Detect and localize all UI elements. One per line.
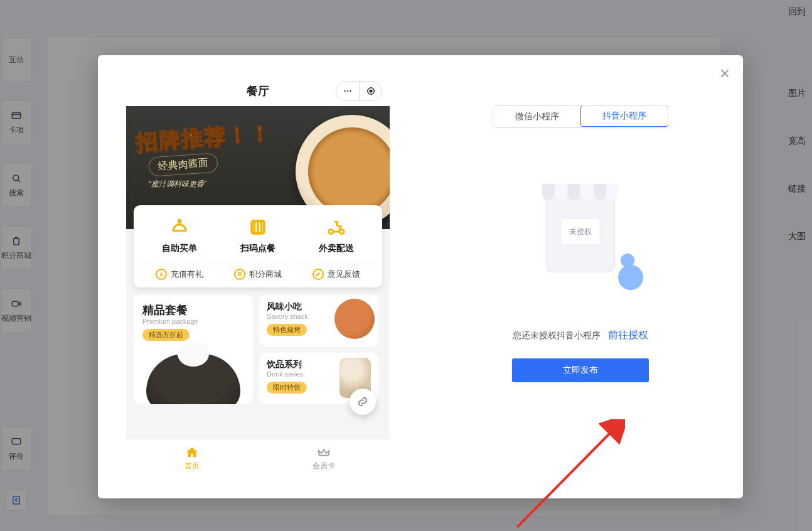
promo-grid: 精品套餐 Premium package 精选五折起 风味小吃 Savory s… [134, 295, 382, 404]
action-card: 自助买单 扫码点餐 外卖配送 充值有礼 [134, 205, 382, 287]
tab-home[interactable]: 首页 [126, 439, 258, 478]
action-points-mall[interactable]: 积分商城 [218, 269, 297, 280]
svg-point-14 [238, 272, 241, 274]
target-icon [365, 85, 377, 97]
crown-icon [317, 446, 331, 459]
phone-header: 餐厅 [126, 76, 390, 106]
action-scan-order[interactable]: 扫码点餐 [218, 215, 297, 254]
phone-preview: 餐厅 招牌推荐！！ 经典肉酱面 “蜜汁调料味更香” [126, 76, 390, 478]
svg-point-9 [370, 90, 372, 92]
action-label: 外卖配送 [297, 243, 376, 254]
link-icon [356, 395, 370, 409]
tab-douyin[interactable]: 抖音小程序 [580, 105, 668, 127]
action-label: 意见反馈 [328, 269, 360, 280]
promo-title: 精品套餐 [142, 303, 244, 318]
fab-link-button[interactable] [350, 389, 376, 415]
svg-point-10 [178, 220, 181, 222]
coins-icon [237, 271, 243, 277]
miniprogram-more-button[interactable] [336, 82, 359, 100]
yuan-icon [158, 271, 164, 277]
snack-icon [334, 299, 375, 339]
hero-caption: “蜜汁调料味更香” [149, 179, 206, 190]
publish-pane: 微信小程序 抖音小程序 未授权 您还未授权抖音小程序 前往授权 立即发布 [418, 55, 743, 498]
auth-message: 您还未授权抖音小程序 [513, 330, 601, 340]
promo-snack[interactable]: 风味小吃 Savory snack 特色烧烤 [259, 295, 378, 346]
svg-point-5 [344, 90, 345, 92]
scooter-icon [326, 217, 347, 238]
phone-preview-pane: 餐厅 招牌推荐！！ 经典肉酱面 “蜜汁调料味更香” [98, 55, 418, 498]
promo-subtitle: Premium package [142, 318, 244, 325]
hero-title: 招牌推荐！！ [136, 119, 273, 158]
action-self-checkout[interactable]: 自助买单 [140, 215, 218, 254]
home-icon [185, 446, 199, 459]
tab-wechat[interactable]: 微信小程序 [493, 106, 581, 127]
dish-cover-icon [169, 217, 190, 238]
edit-icon [315, 271, 321, 277]
action-feedback[interactable]: 意见反馈 [297, 269, 376, 280]
hero-subtitle: 经典肉酱面 [148, 153, 218, 177]
action-recharge[interactable]: 充值有礼 [140, 269, 218, 280]
promo-package[interactable]: 精品套餐 Premium package 精选五折起 [134, 295, 253, 404]
action-label: 充值有礼 [171, 269, 203, 280]
tab-member[interactable]: 会员卡 [258, 439, 390, 478]
promo-tag: 特色烧烤 [267, 324, 307, 336]
promo-tag: 限时特饮 [267, 382, 307, 394]
action-label: 扫码点餐 [218, 243, 297, 254]
tab-label: 会员卡 [313, 461, 335, 471]
phone-tabbar: 首页 会员卡 [126, 439, 390, 478]
unauthorized-illustration: 未授权 [499, 178, 662, 304]
illustration-sign: 未授权 [562, 219, 599, 244]
publish-button[interactable]: 立即发布 [512, 358, 649, 382]
tab-label: 首页 [184, 461, 200, 471]
phone-title: 餐厅 [247, 83, 269, 99]
svg-point-12 [329, 230, 333, 234]
action-label: 积分商城 [249, 269, 282, 280]
more-icon [342, 85, 353, 97]
publish-modal: 餐厅 招牌推荐！！ 经典肉酱面 “蜜汁调料味更香” [98, 55, 743, 498]
miniprogram-controls [336, 81, 382, 101]
auth-link[interactable]: 前往授权 [608, 330, 648, 340]
person-icon [618, 265, 643, 290]
svg-point-6 [347, 90, 348, 92]
qr-icon [247, 217, 269, 238]
miniprogram-close-button[interactable] [359, 82, 382, 100]
promo-tag: 精选五折起 [142, 329, 190, 341]
action-delivery[interactable]: 外卖配送 [297, 215, 376, 254]
svg-point-7 [350, 90, 351, 92]
action-label: 自助买单 [140, 243, 218, 254]
bowl-icon [146, 354, 240, 404]
platform-tabs: 微信小程序 抖音小程序 [493, 105, 668, 128]
